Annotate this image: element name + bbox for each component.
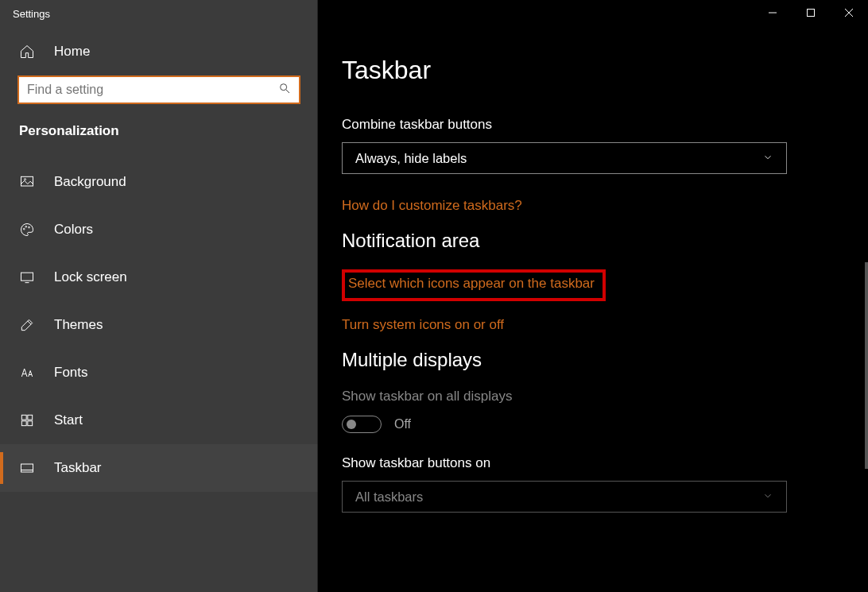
nav-item-fonts[interactable]: Fonts <box>0 349 318 397</box>
start-icon <box>19 412 35 428</box>
toggle-all-displays-label: Show taskbar on all displays <box>342 389 844 404</box>
svg-rect-2 <box>21 176 33 186</box>
window-controls <box>754 0 868 25</box>
combine-label: Combine taskbar buttons <box>342 117 844 133</box>
taskbar-buttons-on-dropdown[interactable]: All taskbars <box>342 481 787 513</box>
section-multiple-displays: Multiple displays <box>342 349 844 371</box>
svg-rect-19 <box>808 10 815 17</box>
home-link[interactable]: Home <box>0 28 318 75</box>
maximize-button[interactable] <box>792 0 830 25</box>
nav: Background Colors Lock screen Themes Fon <box>0 158 318 492</box>
themes-icon <box>19 317 35 333</box>
taskbar-buttons-on-label: Show taskbar buttons on <box>342 455 844 471</box>
nav-item-taskbar[interactable]: Taskbar <box>0 444 318 492</box>
palette-icon <box>19 222 35 238</box>
chevron-down-icon <box>762 151 773 166</box>
svg-line-1 <box>286 90 289 93</box>
nav-item-background[interactable]: Background <box>0 158 318 206</box>
svg-rect-14 <box>21 421 26 426</box>
taskbar-buttons-on-value: All taskbars <box>355 489 423 505</box>
close-button[interactable] <box>830 0 868 25</box>
lockscreen-icon <box>19 269 35 285</box>
svg-rect-12 <box>21 415 26 420</box>
toggle-track <box>342 416 382 433</box>
toggle-state-label: Off <box>394 417 411 431</box>
main: Taskbar Combine taskbar buttons Always, … <box>318 0 868 592</box>
home-label: Home <box>54 44 90 60</box>
svg-point-4 <box>23 228 25 230</box>
nav-item-lockscreen[interactable]: Lock screen <box>0 253 318 301</box>
image-icon <box>19 174 35 190</box>
combine-dropdown[interactable]: Always, hide labels <box>342 142 787 174</box>
link-system-icons[interactable]: Turn system icons on or off <box>342 317 844 333</box>
sidebar: Settings Home Personalization Background <box>0 0 318 592</box>
search-icon <box>278 82 291 98</box>
search-container <box>0 75 318 104</box>
combine-value: Always, hide labels <box>355 151 467 166</box>
minimize-button[interactable] <box>754 0 792 25</box>
nav-item-label: Lock screen <box>54 269 127 285</box>
nav-item-label: Taskbar <box>54 460 102 476</box>
svg-point-0 <box>281 84 287 91</box>
window-title-text: Settings <box>13 8 50 20</box>
page: Taskbar Combine taskbar buttons Always, … <box>318 0 868 513</box>
toggle-knob <box>347 420 356 429</box>
svg-rect-13 <box>28 415 33 420</box>
nav-item-start[interactable]: Start <box>0 397 318 444</box>
svg-rect-15 <box>28 421 33 426</box>
svg-point-3 <box>25 179 26 180</box>
nav-item-label: Background <box>54 174 126 190</box>
toggle-all-displays[interactable]: Off <box>342 416 844 433</box>
nav-item-label: Themes <box>54 317 103 333</box>
nav-item-label: Start <box>54 412 83 428</box>
scrollbar[interactable] <box>865 262 868 469</box>
nav-item-label: Colors <box>54 222 93 238</box>
fonts-icon <box>19 365 35 381</box>
link-select-icons[interactable]: Select which icons appear on the taskbar <box>342 269 606 301</box>
svg-rect-7 <box>21 273 33 281</box>
window-title: Settings <box>0 0 318 28</box>
nav-item-colors[interactable]: Colors <box>0 206 318 253</box>
svg-rect-16 <box>21 464 33 472</box>
search-box[interactable] <box>17 75 300 104</box>
chevron-down-icon <box>762 489 773 505</box>
section-notification-area: Notification area <box>342 230 844 252</box>
home-icon <box>19 44 35 60</box>
category-title: Personalization <box>0 104 318 149</box>
nav-item-label: Fonts <box>54 365 88 381</box>
page-title: Taskbar <box>342 56 844 85</box>
svg-point-6 <box>29 226 30 228</box>
svg-point-5 <box>25 226 27 227</box>
taskbar-icon <box>19 460 35 476</box>
nav-item-themes[interactable]: Themes <box>0 301 318 349</box>
search-input[interactable] <box>27 83 278 97</box>
link-customize-taskbars[interactable]: How do I customize taskbars? <box>342 198 844 214</box>
